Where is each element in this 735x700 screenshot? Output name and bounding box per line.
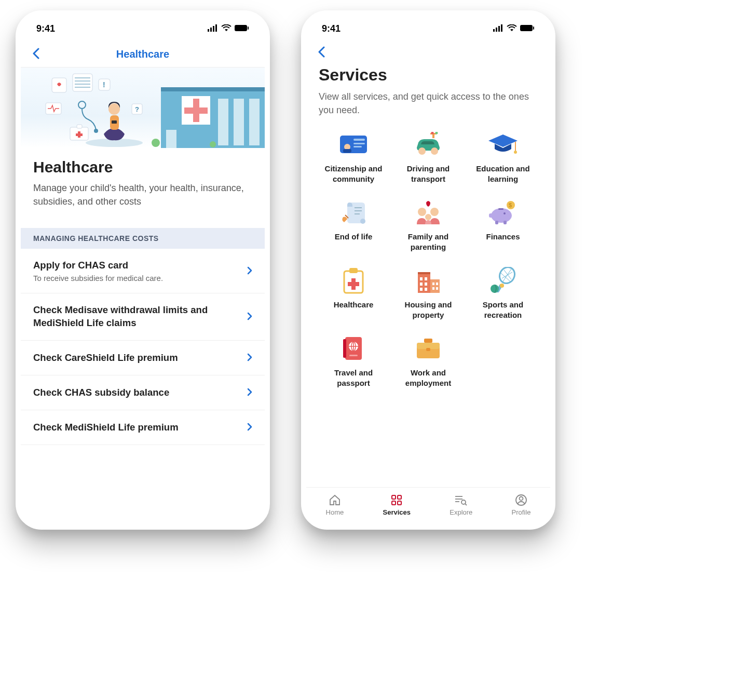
briefcase-icon [413, 334, 444, 362]
tab-home[interactable]: Home [326, 493, 344, 516]
svg-rect-111 [392, 501, 396, 505]
list-item-medishield[interactable]: Check MediShield Life premium [21, 410, 265, 445]
svg-point-96 [491, 285, 499, 293]
list-item-title: Check CHAS subsidy balance [33, 386, 239, 399]
service-label: Healthcare [334, 300, 374, 310]
service-driving[interactable]: Driving and transport [393, 130, 463, 184]
explore-icon [454, 493, 468, 507]
svg-point-97 [500, 284, 504, 288]
service-citizenship[interactable]: Citizenship and community [319, 130, 388, 184]
services-grid: Citizenship and community Driving and tr… [306, 130, 550, 388]
list-item-chas-balance[interactable]: Check CHAS subsidy balance [21, 375, 265, 410]
svg-rect-68 [489, 213, 493, 218]
chevron-right-icon [247, 310, 252, 324]
svg-rect-33 [76, 133, 83, 136]
list-item-title: Check CareShield Life premium [33, 352, 239, 365]
svg-point-55 [431, 147, 438, 155]
svg-point-35 [94, 129, 98, 133]
tab-profile[interactable]: Profile [512, 493, 531, 516]
svg-text:!: ! [103, 80, 105, 89]
service-sports[interactable]: Sports and recreation [468, 266, 538, 320]
svg-rect-16 [73, 74, 92, 91]
svg-rect-43 [533, 26, 534, 30]
svg-point-116 [461, 500, 466, 504]
back-button[interactable] [28, 44, 44, 65]
service-travel[interactable]: Travel and passport [319, 334, 388, 388]
service-label: Housing and property [393, 300, 463, 320]
status-time: 9:41 [322, 23, 341, 34]
svg-rect-112 [398, 501, 401, 505]
svg-rect-104 [349, 355, 358, 356]
svg-rect-84 [425, 288, 427, 291]
chevron-right-icon [247, 351, 252, 365]
svg-rect-82 [425, 282, 427, 286]
service-finances[interactable]: $ Finances [468, 198, 538, 252]
passport-icon [338, 334, 369, 362]
svg-rect-14 [249, 99, 260, 145]
svg-rect-29 [112, 120, 117, 124]
chevron-right-icon [247, 264, 252, 278]
service-education[interactable]: Education and learning [468, 130, 538, 184]
svg-rect-41 [501, 24, 502, 32]
list-item-subtitle: To receive subsidies for medical care. [33, 274, 239, 282]
battery-icon [520, 23, 535, 34]
healthcare-intro: Healthcare Manage your child's health, y… [21, 148, 265, 213]
nav-title: Healthcare [21, 48, 265, 60]
svg-point-63 [430, 208, 439, 216]
list-item-title: Check MediShield Life premium [33, 421, 239, 434]
list-item-medisave-limits[interactable]: Check Medisave withdrawal limits and Med… [21, 293, 265, 341]
phone-services: 9:41 Services View all services, and get… [301, 10, 555, 530]
racket-icon [487, 266, 519, 294]
tab-label: Explore [450, 508, 472, 516]
back-button[interactable] [314, 43, 329, 63]
status-bar: 9:41 [306, 16, 550, 42]
svg-rect-105 [424, 339, 432, 343]
svg-rect-39 [496, 28, 497, 32]
service-label: Education and learning [468, 164, 538, 184]
wifi-icon [221, 23, 232, 34]
svg-rect-10 [184, 107, 208, 114]
service-end-of-life[interactable]: End of life [319, 198, 388, 252]
car-icon [413, 130, 444, 158]
svg-rect-80 [425, 277, 427, 280]
nav-bar: Healthcare [21, 42, 265, 68]
svg-rect-74 [349, 268, 358, 273]
service-housing[interactable]: Housing and property [393, 266, 463, 320]
svg-point-34 [78, 101, 86, 109]
medical-clipboard-icon [338, 266, 369, 294]
scroll-icon [338, 198, 369, 226]
service-label: Finances [486, 232, 520, 242]
svg-rect-108 [426, 348, 430, 351]
svg-line-92 [503, 269, 511, 281]
status-time: 9:41 [36, 23, 55, 34]
svg-rect-46 [343, 149, 351, 153]
svg-point-62 [418, 208, 426, 216]
chevron-right-icon [247, 421, 252, 434]
svg-rect-0 [208, 29, 209, 32]
tab-services[interactable]: Services [383, 493, 411, 516]
piggy-bank-icon: $ [487, 198, 519, 226]
tab-explore[interactable]: Explore [450, 493, 472, 516]
svg-rect-70 [495, 221, 498, 224]
svg-rect-79 [420, 277, 423, 280]
page-subtitle: View all services, and get quick access … [319, 90, 538, 117]
service-healthcare[interactable]: Healthcare [319, 266, 388, 320]
family-icon [413, 198, 444, 226]
service-label: Work and employment [393, 368, 463, 388]
wifi-icon [507, 23, 517, 34]
tab-label: Home [326, 508, 344, 516]
page-title: Healthcare [33, 158, 252, 176]
list-item-careshield[interactable]: Check CareShield Life premium [21, 341, 265, 375]
status-icons [493, 23, 535, 34]
list-item-apply-chas[interactable]: Apply for CHAS card To receive subsidies… [21, 249, 265, 293]
svg-rect-31 [77, 125, 82, 128]
svg-point-57 [514, 151, 517, 154]
service-work[interactable]: Work and employment [393, 334, 463, 388]
svg-rect-49 [353, 146, 362, 147]
svg-rect-47 [353, 139, 365, 141]
service-family[interactable]: Family and parenting [393, 198, 463, 252]
grid-icon [390, 493, 403, 507]
svg-rect-76 [348, 282, 359, 286]
service-label: End of life [335, 232, 373, 242]
svg-rect-110 [398, 495, 401, 499]
